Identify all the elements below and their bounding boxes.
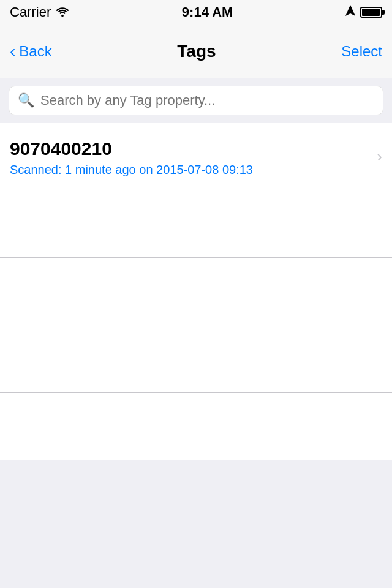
list-item-content: 9070400210 Scanned: 1 minute ago on 2015… xyxy=(10,137,377,177)
tag-id: 9070400210 xyxy=(10,137,377,160)
chevron-left-icon: ‹ xyxy=(10,43,15,60)
location-icon xyxy=(345,5,355,20)
list-item[interactable]: 9070400210 Scanned: 1 minute ago on 2015… xyxy=(0,123,392,190)
navigation-bar: ‹ Back Tags Select xyxy=(0,24,392,78)
wifi-icon xyxy=(56,4,69,20)
status-bar: Carrier 9:14 AM xyxy=(0,0,392,24)
empty-row xyxy=(0,190,392,258)
search-icon: 🔍 xyxy=(18,92,34,108)
search-bar: 🔍 xyxy=(9,86,383,115)
page-title: Tags xyxy=(177,42,216,61)
empty-row xyxy=(0,393,392,460)
search-input[interactable] xyxy=(40,92,374,108)
status-right-icons xyxy=(345,5,382,20)
chevron-right-icon: › xyxy=(377,147,382,166)
empty-row xyxy=(0,325,392,393)
svg-point-0 xyxy=(61,15,64,17)
back-label: Back xyxy=(19,43,51,60)
select-button[interactable]: Select xyxy=(341,43,382,60)
battery-icon xyxy=(360,7,382,18)
search-container: 🔍 xyxy=(0,78,392,123)
status-time: 9:14 AM xyxy=(182,4,233,20)
tag-subtitle: Scanned: 1 minute ago on 2015-07-08 09:1… xyxy=(10,163,377,177)
carrier-info: Carrier xyxy=(10,4,69,20)
empty-row xyxy=(0,258,392,325)
svg-marker-1 xyxy=(345,5,355,16)
back-button[interactable]: ‹ Back xyxy=(10,43,52,60)
carrier-label: Carrier xyxy=(10,4,51,20)
tags-list: 9070400210 Scanned: 1 minute ago on 2015… xyxy=(0,123,392,460)
